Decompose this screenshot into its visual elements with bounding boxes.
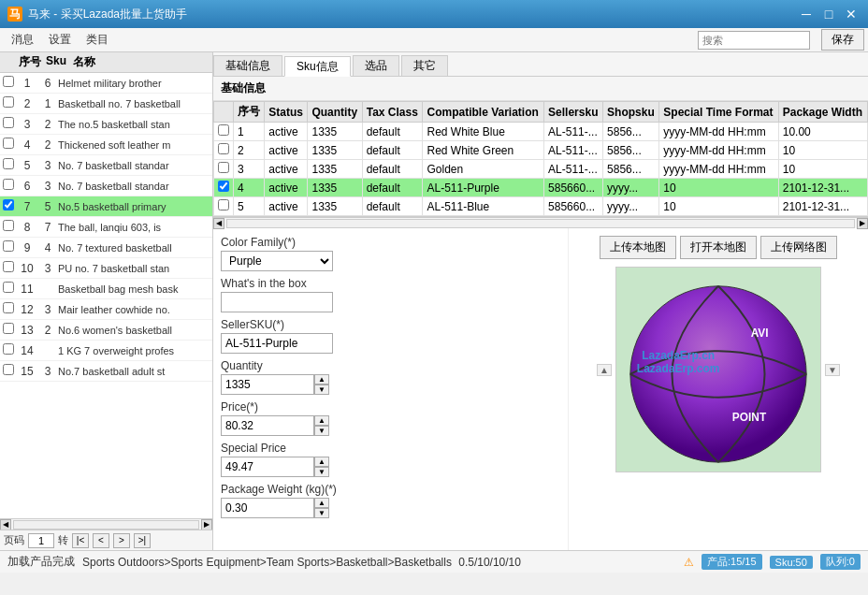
seller-sku-input[interactable] [221,333,333,354]
row-checkbox[interactable] [0,302,17,316]
row-checkbox[interactable] [0,158,17,172]
scroll-left-btn[interactable]: ◀ [0,519,11,530]
menu-category[interactable]: 类目 [79,30,116,50]
search-input[interactable] [698,31,810,50]
package-weight-input[interactable] [221,498,314,518]
scroll-right-btn[interactable]: ▶ [201,519,212,530]
product-row[interactable]: 10 3 PU no. 7 basketball stan [0,258,212,279]
sku-scroll-left-btn[interactable]: ◀ [213,218,224,229]
row-checkbox[interactable] [0,343,17,357]
sku-table-row[interactable]: 1active1335defaultRed White BlueAL-511-.… [214,123,868,141]
product-row[interactable]: 5 3 No. 7 basketball standar [0,155,212,176]
row-checkbox[interactable] [0,364,17,378]
row-seq: 8 [17,221,37,234]
close-button[interactable]: ✕ [842,5,861,23]
tab-bar: 基础信息Sku信息选品其它 [213,52,868,77]
image-area: 上传本地图 打开本地图 上传网络图 ▲ [569,228,868,550]
row-name: 1 KG 7 overweight profes [58,345,212,356]
product-row[interactable]: 9 4 No. 7 textured basketball [0,238,212,258]
row-checkbox[interactable] [0,240,17,254]
product-row[interactable]: 3 2 The no.5 basketball stan [0,114,212,135]
row-checkbox[interactable] [0,199,17,213]
sku-table-cell: yyyy-MM-dd HH:mm [659,160,778,179]
sku-row-checkbox[interactable] [214,141,234,160]
image-scroll-up-btn[interactable]: ▲ [597,364,612,376]
open-local-button[interactable]: 打开本地图 [680,236,757,259]
sku-table-row[interactable]: 4active1335defaultAL-511-Purple585660...… [214,179,868,197]
product-row[interactable]: 4 2 Thickened soft leather m [0,135,212,155]
sku-table-row[interactable]: 3active1335defaultGoldenAL-511-...5856..… [214,160,868,179]
sku-table-row[interactable]: 5active1335defaultAL-511-Blue585660...yy… [214,197,868,216]
price-up-btn[interactable]: ▲ [314,415,329,426]
product-row[interactable]: 11 Basketball bag mesh bask [0,279,212,299]
row-sku: 6 [37,77,58,90]
image-scroll-down-btn[interactable]: ▼ [825,364,840,376]
sku-row-checkbox[interactable] [214,160,234,179]
whats-in-box-input[interactable] [221,292,333,312]
row-seq: 4 [17,138,37,152]
row-checkbox[interactable] [0,282,17,296]
nav-next-button[interactable]: > [113,533,130,548]
row-checkbox[interactable] [0,138,17,152]
row-sku: 3 [37,180,58,193]
sku-row-checkbox[interactable] [214,123,234,141]
form-area: Color Family(*) PurpleRedBlueGreenGolden… [213,228,569,550]
package-weight-down-btn[interactable]: ▼ [314,508,329,518]
row-checkbox[interactable] [0,220,17,234]
sku-row-checkbox[interactable] [214,179,234,197]
sku-table-cell: AL-511-Purple [423,179,544,197]
product-row[interactable]: 1 6 Helmet military brother [0,73,212,94]
nav-last-button[interactable]: >| [134,533,151,548]
product-row[interactable]: 15 3 No.7 basketball adult st [0,361,212,382]
sku-horizontal-scroll[interactable]: ◀ ▶ [213,217,868,228]
upload-network-button[interactable]: 上传网络图 [760,236,837,259]
search-area: 保存 [698,29,864,51]
menu-settings[interactable]: 设置 [41,30,79,50]
package-weight-up-btn[interactable]: ▲ [314,498,329,508]
sku-table-cell: default [362,123,423,141]
maximize-button[interactable]: □ [819,5,838,23]
page-input[interactable]: 1 [28,533,54,548]
product-row[interactable]: 8 7 The ball, lanqiu 603, is [0,217,212,238]
seller-sku-group: SellerSKU(*) [221,318,560,354]
special-price-up-btn[interactable]: ▲ [314,457,329,467]
product-image: AVI POINT LazadaErp.cn LazadaErp.com [615,267,821,472]
price-input[interactable] [221,415,314,436]
menu-messages[interactable]: 消息 [4,30,41,50]
row-checkbox[interactable] [0,96,17,110]
sku-row-checkbox[interactable] [214,197,234,216]
row-checkbox[interactable] [0,76,17,90]
horizontal-scroll[interactable]: ◀ ▶ [0,518,212,530]
nav-prev-button[interactable]: < [93,533,109,548]
product-row[interactable]: 12 3 Mair leather cowhide no. [0,299,212,320]
product-row[interactable]: 7 5 No.5 basketball primary [0,196,212,217]
row-seq: 6 [17,180,37,193]
special-price-down-btn[interactable]: ▼ [314,467,329,477]
quantity-up-btn[interactable]: ▲ [314,374,329,385]
tab-其它[interactable]: 其它 [401,55,448,76]
product-row[interactable]: 6 3 No. 7 basketball standar [0,176,212,196]
sku-table-cell: AL-511-... [544,160,603,179]
sku-scroll-right-btn[interactable]: ▶ [857,218,868,229]
quantity-down-btn[interactable]: ▼ [314,385,329,395]
product-row[interactable]: 14 1 KG 7 overweight profes [0,341,212,361]
save-button[interactable]: 保存 [821,29,864,51]
tab-选品[interactable]: 选品 [353,55,399,76]
sku-table-cell: yyyy... [603,179,659,197]
tab-Sku信息[interactable]: Sku信息 [284,56,351,77]
row-checkbox[interactable] [0,179,17,193]
row-checkbox[interactable] [0,323,17,337]
color-family-select[interactable]: PurpleRedBlueGreenGolden [221,251,333,271]
product-row[interactable]: 13 2 No.6 women's basketball [0,320,212,341]
upload-local-button[interactable]: 上传本地图 [600,236,676,259]
special-price-input[interactable] [221,457,314,477]
quantity-input[interactable] [221,374,314,395]
sku-table-row[interactable]: 2active1335defaultRed White GreenAL-511-… [214,141,868,160]
nav-first-button[interactable]: |< [72,533,89,548]
tab-基础信息[interactable]: 基础信息 [213,55,282,76]
minimize-button[interactable]: ─ [797,5,816,23]
price-down-btn[interactable]: ▼ [314,426,329,436]
row-checkbox[interactable] [0,261,17,275]
row-checkbox[interactable] [0,117,17,131]
product-row[interactable]: 2 1 Basketball no. 7 basketball [0,94,212,114]
